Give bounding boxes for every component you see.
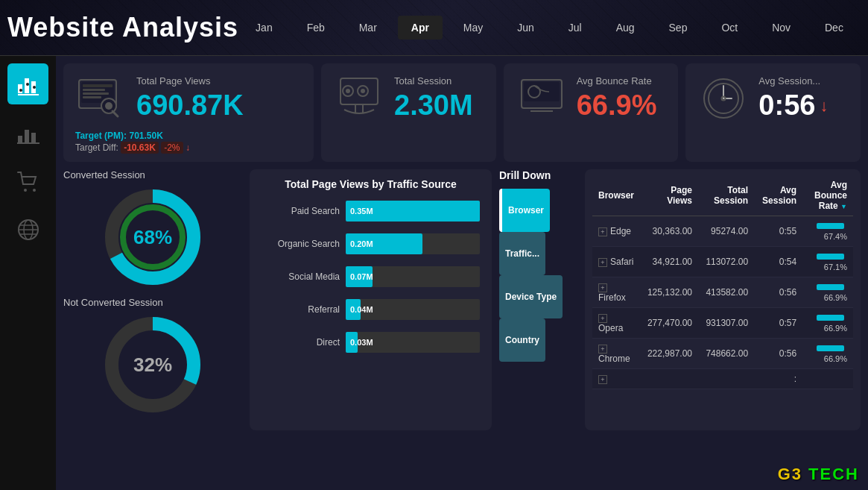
bar-label: Organic Search	[262, 239, 340, 249]
month-feb[interactable]: Feb	[294, 16, 338, 40]
cell-avg-session: 0:56	[754, 277, 802, 308]
table-head: Browser Page Views Total Session Avg Ses…	[592, 175, 853, 216]
month-aug[interactable]: Aug	[603, 16, 648, 40]
cell-avg-bounce: 67.4%	[802, 216, 853, 247]
table-row: +Opera 277,470.00 931307.00 0:57 66.9%	[592, 308, 853, 339]
bar-value: 0.20M	[350, 239, 373, 248]
browser-table: Browser Page Views Total Session Avg Ses…	[585, 169, 861, 430]
svg-point-4	[26, 83, 29, 86]
cell-avg-session: 0:56	[754, 339, 802, 369]
not-converted-title: Not Converted Session	[63, 297, 242, 308]
bounce-pct: 67.1%	[824, 263, 847, 271]
converted-donut: 68%	[101, 185, 205, 289]
drill-btn-device-type[interactable]: Device Type	[499, 275, 563, 318]
g3-text: G3	[778, 465, 802, 483]
traffic-chart-title: Total Page Views by Traffic Source	[262, 178, 480, 190]
not-converted-value: 32%	[101, 312, 205, 417]
bounce-pct: 67.4%	[824, 232, 847, 241]
bar-track: 0.04M	[346, 299, 480, 320]
bar-fill: 0.03M	[346, 332, 358, 353]
drill-btn-traffic...[interactable]: Traffic...	[499, 232, 545, 275]
svg-point-3	[19, 89, 22, 92]
svg-rect-23	[83, 96, 101, 98]
month-oct[interactable]: Oct	[708, 16, 751, 40]
svg-rect-21	[83, 89, 105, 91]
month-sep[interactable]: Sep	[656, 16, 701, 40]
bar-label: Paid Search	[262, 206, 340, 216]
month-mar[interactable]: Mar	[346, 16, 390, 40]
svg-point-25	[105, 102, 113, 110]
sidebar-icon-barchart2[interactable]	[7, 112, 48, 153]
drilldown-title: Drill Down	[499, 169, 577, 181]
svg-point-29	[346, 89, 350, 93]
kpi-page-views-value: 690.87K	[136, 89, 244, 122]
converted-title: Converted Session	[63, 169, 242, 180]
cell-avg-bounce: 66.9%	[802, 308, 853, 339]
svg-rect-35	[524, 82, 560, 101]
main-content: Total Page Views 690.87K Target (PM): 70…	[56, 56, 868, 490]
bar-track: 0.35M	[346, 201, 480, 222]
table-row: +Chrome 222,987.00 748662.00 0:56 66.9%	[592, 339, 853, 369]
cell-total-session: 931307.00	[698, 308, 754, 339]
kpi-targets: Target (PM): 701.50K Target Diff: -10.63…	[75, 131, 302, 153]
cell-browser: +Chrome	[592, 339, 641, 369]
cell-avg-session: 0:54	[754, 247, 802, 277]
month-apr[interactable]: Apr	[398, 16, 443, 40]
bar-value: 0.07M	[350, 272, 373, 281]
sidebar-icon-barchart[interactable]	[7, 63, 48, 104]
kpi-session-label: Total Session	[394, 75, 473, 87]
sidebar-icon-cart[interactable]	[7, 160, 48, 201]
bar-row: Paid Search 0.35M	[262, 201, 480, 222]
bar-value: 0.35M	[350, 207, 373, 216]
bar-track: 0.03M	[346, 332, 480, 353]
drill-btn-browser[interactable]: Browser	[499, 189, 550, 232]
drill-btn-country[interactable]: Country	[499, 318, 545, 362]
kpi-session-value: 2.30M	[394, 89, 473, 122]
bounce-pct: 66.9%	[824, 293, 847, 302]
cell-page-views: 277,470.00	[641, 308, 698, 339]
bar-row: Direct 0.03M	[262, 332, 480, 353]
table-row-extra: + :	[592, 369, 853, 389]
not-converted-section: Not Converted Session 32%	[63, 297, 242, 417]
bar-row: Social Media 0.07M	[262, 266, 480, 287]
cell-total-session: 95274.00	[698, 216, 754, 247]
kpi-page-views-label: Total Page Views	[136, 75, 244, 87]
session-icon	[333, 72, 385, 125]
month-dec[interactable]: Dec	[811, 16, 857, 40]
bounce-bar	[817, 284, 844, 290]
month-jun[interactable]: Jun	[504, 16, 548, 40]
svg-rect-20	[83, 84, 113, 87]
month-may[interactable]: May	[450, 16, 496, 40]
cell-avg-session: 0:57	[754, 308, 802, 339]
cell-total-session: 748662.00	[698, 339, 754, 369]
cell-avg-session: 0:55	[754, 216, 802, 247]
kpi-avg-session-value: 0:56	[758, 89, 815, 122]
cell-avg-bounce: 66.9%	[802, 277, 853, 308]
kpi-row: Total Page Views 690.87K Target (PM): 70…	[63, 63, 861, 162]
sidebar-icon-globe[interactable]	[7, 209, 48, 250]
bounce-bar	[817, 315, 844, 321]
cell-page-views: 125,132.00	[641, 277, 698, 308]
bounce-bar	[817, 223, 844, 229]
cell-page-views: 30,363.00	[641, 216, 698, 247]
month-jan[interactable]: Jan	[242, 16, 286, 40]
bounce-icon	[516, 72, 568, 125]
col-page-views: Page Views	[641, 175, 698, 216]
bar-fill: 0.35M	[346, 201, 480, 222]
target-diff: Target Diff: -10.63K -2% ↓	[75, 142, 302, 153]
col-avg-session: Avg Session	[754, 175, 802, 216]
bar-label: Social Media	[262, 271, 340, 282]
month-jul[interactable]: Jul	[555, 16, 595, 40]
col-total-session: Total Session	[698, 175, 754, 216]
bar-track: 0.20M	[346, 233, 480, 254]
bounce-pct: 66.9%	[824, 324, 847, 333]
cell-expand-extra: +	[592, 369, 641, 389]
bar-fill: 0.04M	[346, 299, 361, 320]
page-views-icon	[75, 72, 127, 125]
cell-dots: :	[754, 369, 802, 389]
table-row: +Edge 30,363.00 95274.00 0:55 67.4%	[592, 216, 853, 247]
month-nov[interactable]: Nov	[758, 16, 804, 40]
bar-row: Referral 0.04M	[262, 299, 480, 320]
cell-page-views: 34,921.00	[641, 247, 698, 277]
site-title: Website Analysis	[7, 12, 238, 43]
